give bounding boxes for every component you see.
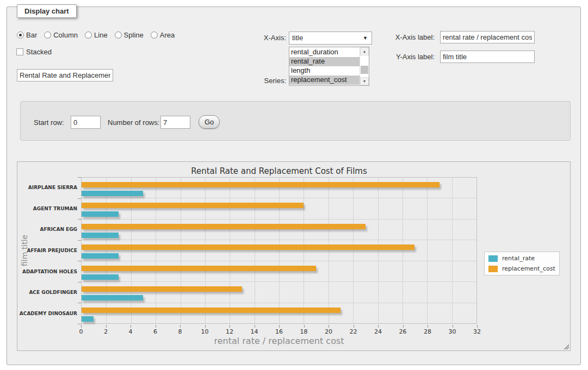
x-tick-mark bbox=[329, 325, 329, 328]
series-field-label: Series: bbox=[219, 77, 286, 85]
bar-group-affair-prejudice bbox=[82, 240, 476, 261]
x-tick-label: 20 bbox=[325, 328, 332, 335]
bar-group-agent-truman bbox=[82, 198, 476, 219]
x-tick-label: 2 bbox=[104, 328, 108, 335]
radio-button-icon[interactable] bbox=[115, 32, 122, 39]
x-tick-mark bbox=[453, 325, 453, 328]
x-tick-label: 24 bbox=[374, 328, 382, 335]
chart-type-label: Area bbox=[160, 31, 175, 39]
number-of-rows-input[interactable] bbox=[160, 116, 190, 129]
number-of-rows-label: Number of rows: bbox=[108, 118, 159, 127]
rows-pager-panel: Start row: Number of rows: Go bbox=[20, 101, 571, 141]
bar-group-african-egg bbox=[82, 220, 476, 240]
legend-swatch bbox=[488, 266, 498, 272]
x-tick-mark bbox=[81, 325, 82, 328]
chart-container: Rental Rate and Replacement Cost of Film… bbox=[17, 161, 571, 351]
bar-replacement_cost bbox=[82, 244, 414, 250]
chart-type-label: Spline bbox=[124, 31, 144, 39]
stacked-checkbox[interactable] bbox=[16, 48, 23, 55]
category-label: ACADEMY DINOSAUR bbox=[17, 303, 77, 324]
x-tick-mark bbox=[403, 325, 404, 328]
series-option-rental_duration[interactable]: rental_duration bbox=[289, 48, 360, 57]
x-tick-mark bbox=[156, 325, 156, 328]
x-tick-label: 12 bbox=[226, 328, 233, 335]
bar-rental_rate bbox=[82, 191, 143, 196]
bar-group-academy-dinosaur bbox=[82, 303, 476, 323]
x-tick-mark bbox=[354, 325, 354, 328]
series-option-length[interactable]: length bbox=[289, 66, 360, 76]
category-axis-labels: AIRPLANE SIERRAAGENT TRUMANAFRICAN EGGAF… bbox=[17, 177, 77, 324]
bar-replacement_cost bbox=[82, 182, 440, 187]
scroll-down-icon[interactable]: ▼ bbox=[360, 77, 369, 85]
series-options: rental_durationrental_ratelengthreplacem… bbox=[289, 47, 360, 85]
series-listbox[interactable]: rental_durationrental_ratelengthreplacem… bbox=[289, 47, 369, 86]
start-row-input[interactable] bbox=[71, 116, 101, 129]
x-tick-mark bbox=[428, 325, 428, 328]
legend-swatch bbox=[488, 255, 498, 262]
legend-label: replacement_cost bbox=[502, 265, 555, 272]
radio-button-icon[interactable] bbox=[17, 32, 24, 39]
series-option-replacement_cost[interactable]: replacement_cost bbox=[289, 76, 360, 85]
y-axis-label-field-label: Y-Axis label: bbox=[363, 53, 435, 61]
x-tick-mark bbox=[378, 325, 379, 328]
chart-type-radio-line[interactable]: Line bbox=[85, 31, 108, 39]
category-label: ADAPTATION HOLES bbox=[17, 261, 77, 282]
x-tick-label: 28 bbox=[424, 328, 431, 335]
x-axis-select[interactable]: title ▼ bbox=[289, 32, 372, 45]
x-tick-label: 10 bbox=[201, 328, 209, 335]
go-button[interactable]: Go bbox=[199, 115, 220, 129]
resize-grip-icon[interactable] bbox=[563, 343, 569, 349]
chart-type-radio-spline[interactable]: Spline bbox=[115, 31, 144, 39]
bar-replacement_cost bbox=[82, 308, 341, 313]
chart-type-radio-column[interactable]: Column bbox=[44, 31, 78, 39]
x-tick-mark bbox=[106, 325, 107, 328]
category-label: AFFAIR PREJUDICE bbox=[17, 240, 77, 261]
category-label: AFRICAN EGG bbox=[17, 219, 77, 240]
x-tick-label: 6 bbox=[153, 328, 157, 335]
y-tick-mark bbox=[78, 240, 81, 241]
bar-rental_rate bbox=[82, 253, 119, 259]
chart-title-input[interactable] bbox=[17, 69, 113, 81]
x-axis-field-label: X-Axis: bbox=[219, 34, 286, 42]
chart-title: Rental Rate and Replacement Cost of Film… bbox=[81, 166, 477, 176]
category-label: AIRPLANE SIERRA bbox=[17, 177, 77, 198]
x-tick-label: 26 bbox=[399, 328, 407, 335]
category-label: ACE GOLDFINGER bbox=[17, 282, 77, 303]
series-option-rental_rate[interactable]: rental_rate bbox=[289, 57, 360, 66]
x-axis-label-field-label: X-Axis label: bbox=[363, 33, 435, 41]
radio-button-icon[interactable] bbox=[44, 32, 51, 39]
x-tick-mark bbox=[255, 325, 255, 328]
y-axis-label-input[interactable] bbox=[440, 51, 535, 63]
x-tick-label: 0 bbox=[79, 328, 83, 335]
y-tick-mark bbox=[78, 324, 81, 324]
stacked-option[interactable]: Stacked bbox=[16, 48, 52, 56]
x-tick-label: 18 bbox=[300, 328, 308, 335]
y-tick-mark bbox=[78, 282, 81, 283]
x-tick-mark bbox=[477, 325, 478, 328]
x-tick-mark bbox=[205, 325, 206, 328]
panel-title: Display chart bbox=[17, 4, 77, 18]
bar-rental_rate bbox=[82, 233, 119, 238]
radio-button-icon[interactable] bbox=[85, 32, 92, 39]
bar-replacement_cost bbox=[82, 203, 304, 208]
legend-item-replacement_cost: replacement_cost bbox=[488, 265, 555, 272]
radio-button-icon[interactable] bbox=[151, 32, 158, 39]
x-axis-selected-value: title bbox=[292, 34, 303, 42]
bar-rental_rate bbox=[82, 211, 119, 217]
x-tick-label: 16 bbox=[275, 328, 283, 335]
x-tick-mark bbox=[180, 325, 181, 328]
x-axis-label-input[interactable] bbox=[440, 31, 535, 43]
chart-type-radio-area[interactable]: Area bbox=[151, 31, 175, 39]
scrollbar-thumb[interactable] bbox=[361, 66, 368, 74]
x-tick-label: 22 bbox=[350, 328, 357, 335]
category-label: AGENT TRUMAN bbox=[17, 198, 77, 220]
chart-type-radio-bar[interactable]: Bar bbox=[17, 31, 37, 39]
y-tick-mark bbox=[78, 219, 81, 220]
bar-group-ace-goldfinger bbox=[82, 282, 476, 303]
plot-area bbox=[81, 177, 477, 324]
x-tick-mark bbox=[279, 325, 280, 328]
x-tick-label: 30 bbox=[449, 328, 456, 335]
chart-type-label: Line bbox=[94, 31, 108, 39]
start-row-label: Start row: bbox=[34, 118, 64, 127]
bar-replacement_cost bbox=[82, 224, 366, 229]
